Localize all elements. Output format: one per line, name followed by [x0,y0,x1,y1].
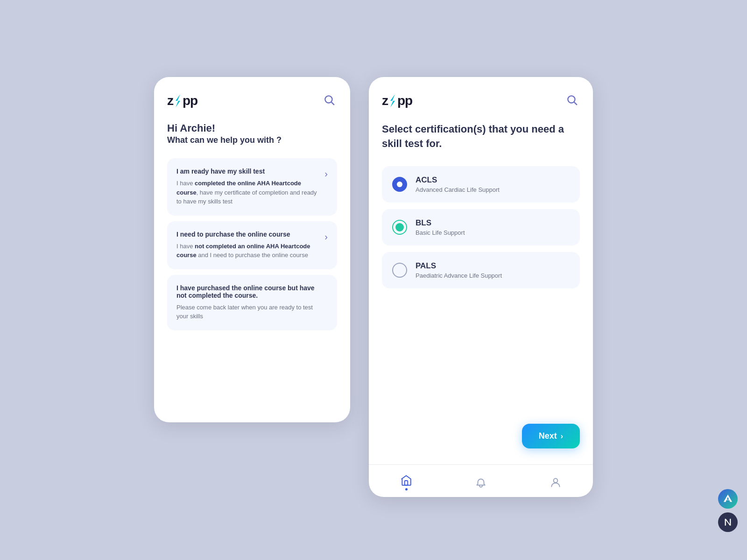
menu-item-purchase-course[interactable]: I need to purchase the online course I h… [167,221,337,269]
menu-item-skill-test-content: I am ready have my skill test I have com… [176,168,324,206]
corner-icons [718,489,738,532]
logo-row-left: z pp [167,92,337,109]
svg-point-4 [568,96,575,103]
section-title: Select certification(s) that you need a … [382,122,580,151]
search-button-right[interactable] [564,92,580,109]
logo-row-right: z pp [382,92,580,109]
logo-z-right: z [382,93,388,108]
chevron-right-icon-2: › [324,231,328,242]
phones-container: z pp Hi Archie! What can we help you wit… [154,63,593,497]
logo-bolt-icon [174,94,182,107]
svg-rect-6 [405,481,408,485]
logo-pp-right: pp [397,93,412,108]
next-button[interactable]: Next › [522,424,580,448]
right-phone-inner: z pp Select certification(s) th [369,77,593,464]
menu-item-not-completed[interactable]: I have purchased the online course but h… [167,275,337,330]
cert-item-pals[interactable]: PALS Paediatric Advance Life Support [382,252,580,288]
menu-item-purchase-course-content: I need to purchase the online course I h… [176,231,324,260]
right-phone: z pp Select certification(s) th [369,77,593,497]
next-row: Next › [382,424,580,448]
nav-profile[interactable] [540,475,571,490]
bottom-nav [369,464,593,497]
cert-item-bls[interactable]: BLS Basic Life Support [382,209,580,245]
cert-name-acls: ACLS [416,175,500,185]
cert-item-acls[interactable]: ACLS Advanced Cardiac Life Support [382,166,580,203]
corner-icon-n [718,512,738,532]
corner-icon-a [718,489,738,509]
menu-item-skill-test-title: I am ready have my skill test [176,168,320,175]
cert-desc-pals: Paediatric Advance Life Support [416,272,502,279]
svg-point-1 [325,96,332,103]
greeting-hi: Hi Archie! [167,122,337,134]
cert-info-pals: PALS Paediatric Advance Life Support [416,261,502,279]
menu-item-not-completed-desc: Please come back later when you are read… [176,303,323,321]
next-button-label: Next [539,431,557,441]
nav-home-dot [405,488,408,490]
radio-bls[interactable] [392,220,407,235]
cert-desc-bls: Basic Life Support [416,229,465,236]
menu-item-skill-test-desc: I have completed the online AHA Heartcod… [176,179,320,206]
radio-pals[interactable] [392,263,407,278]
menu-item-skill-test[interactable]: I am ready have my skill test I have com… [167,158,337,216]
app-logo-left: z pp [167,93,197,108]
cert-name-bls: BLS [416,218,465,228]
greeting-section: Hi Archie! What can we help you with ? [167,122,337,145]
next-chevron-icon: › [561,432,563,441]
chevron-right-icon-1: › [324,168,328,179]
cert-name-pals: PALS [416,261,502,271]
cert-info-acls: ACLS Advanced Cardiac Life Support [416,175,500,193]
left-phone: z pp Hi Archie! What can we help you wit… [154,77,350,422]
nav-notifications[interactable] [465,475,496,490]
menu-item-not-completed-content: I have purchased the online course but h… [176,284,328,321]
radio-acls[interactable] [392,177,407,192]
menu-item-purchase-course-desc: I have not completed an online AHA Heart… [176,242,320,260]
logo-pp: pp [183,93,197,108]
app-logo-right: z pp [382,93,412,108]
svg-line-5 [574,102,577,105]
cert-desc-acls: Advanced Cardiac Life Support [416,186,500,193]
logo-z: z [167,93,173,108]
svg-marker-0 [176,94,180,107]
menu-item-not-completed-title: I have purchased the online course but h… [176,284,323,299]
cert-info-bls: BLS Basic Life Support [416,218,465,236]
greeting-sub: What can we help you with ? [167,135,337,145]
svg-marker-3 [390,94,395,107]
search-button-left[interactable] [321,92,337,109]
certification-list: ACLS Advanced Cardiac Life Support BLS B… [382,166,580,411]
nav-home[interactable] [391,472,422,492]
logo-bolt-icon-right [388,94,397,107]
svg-point-7 [554,478,558,483]
svg-line-2 [331,102,334,105]
menu-item-purchase-course-title: I need to purchase the online course [176,231,320,238]
